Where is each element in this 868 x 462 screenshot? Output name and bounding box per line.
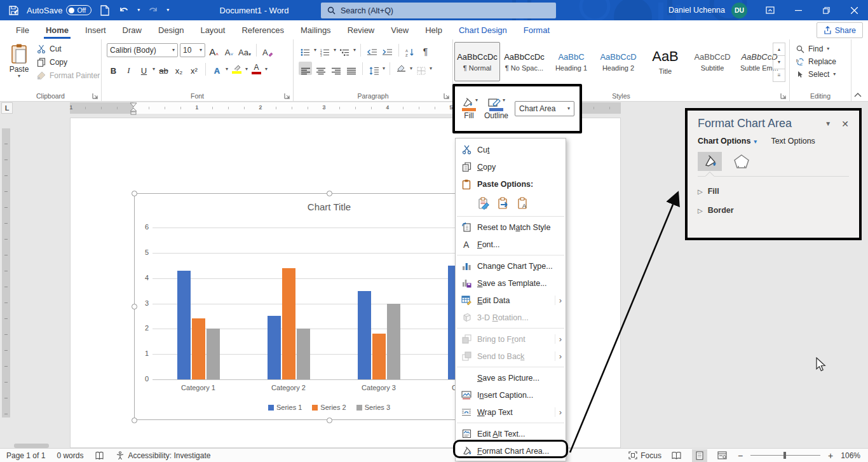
highlight-button[interactable] bbox=[230, 62, 243, 76]
align-center-button[interactable] bbox=[314, 62, 327, 75]
ribbon-display-options-icon[interactable] bbox=[756, 0, 784, 20]
style-subtitle[interactable]: AaBbCcDSubtitle bbox=[689, 42, 735, 81]
web-layout-button[interactable] bbox=[715, 449, 730, 462]
fill-button[interactable]: ▾ Fill bbox=[460, 98, 478, 120]
paragraph-dialog-launcher-icon[interactable] bbox=[444, 93, 450, 99]
horizontal-scrollbar[interactable] bbox=[14, 444, 49, 448]
menu-item-reset-to-match-style[interactable]: Reset to Match Style bbox=[456, 219, 566, 236]
paste-text-only-icon[interactable]: A bbox=[517, 196, 531, 210]
tab-review[interactable]: Review bbox=[339, 20, 383, 39]
align-right-button[interactable] bbox=[329, 62, 342, 75]
read-mode-button[interactable] bbox=[669, 449, 684, 462]
strikethrough-button[interactable]: ab bbox=[157, 62, 170, 76]
font-color-button[interactable]: A bbox=[250, 62, 263, 76]
undo-chevron-icon[interactable]: ▾ bbox=[137, 8, 140, 13]
bar-series2-cat1[interactable] bbox=[192, 318, 205, 379]
save-icon[interactable] bbox=[8, 4, 19, 16]
grow-font-button[interactable]: A˄ bbox=[207, 44, 220, 57]
bar-series3-cat1[interactable] bbox=[207, 329, 220, 379]
show-formatting-button[interactable]: ¶ bbox=[419, 43, 432, 57]
cut-button[interactable]: Cut bbox=[37, 44, 100, 53]
bar-series1-cat3[interactable] bbox=[358, 291, 371, 379]
chart-element-selector[interactable]: Chart Area ▾ bbox=[515, 101, 574, 116]
clipboard-dialog-launcher-icon[interactable] bbox=[92, 93, 98, 99]
minimize-button[interactable] bbox=[784, 0, 812, 20]
zoom-level[interactable]: 106% bbox=[841, 451, 860, 460]
style-heading-1[interactable]: AaBbCHeading 1 bbox=[548, 42, 594, 81]
sort-button[interactable]: AZ bbox=[403, 43, 417, 57]
menu-item-format-chart-area[interactable]: Format Chart Area... bbox=[456, 442, 566, 459]
tab-chart-design[interactable]: Chart Design bbox=[451, 20, 515, 39]
bar-series3-cat3[interactable] bbox=[387, 304, 400, 379]
line-spacing-button[interactable] bbox=[367, 62, 381, 75]
multilevel-list-button[interactable] bbox=[338, 43, 351, 57]
copy-button[interactable]: Copy bbox=[37, 58, 100, 67]
zoom-in-button[interactable]: + bbox=[828, 451, 833, 461]
superscript-button[interactable]: x² bbox=[187, 62, 201, 76]
accessibility-status[interactable]: Accessibility: Investigate bbox=[116, 451, 210, 460]
avatar[interactable]: DU bbox=[731, 3, 747, 18]
numbering-button[interactable]: 123 bbox=[318, 43, 332, 57]
menu-item-font[interactable]: AFont... bbox=[456, 236, 566, 253]
selection-handle[interactable] bbox=[327, 191, 332, 196]
bold-button[interactable]: B bbox=[107, 62, 120, 76]
paste-keep-formatting-icon[interactable] bbox=[477, 196, 491, 210]
tab-file[interactable]: File bbox=[8, 20, 37, 39]
undo-icon[interactable] bbox=[118, 4, 130, 16]
menu-item-save-as-template[interactable]: Save as Template... bbox=[456, 275, 566, 292]
section-fill[interactable]: ▷ Fill bbox=[698, 187, 849, 196]
autosave-toggle[interactable]: AutoSave Off bbox=[27, 5, 92, 15]
menu-item-wrap-text[interactable]: Wrap Text› bbox=[456, 404, 566, 421]
styles-more-icon[interactable]: ≡ bbox=[773, 69, 785, 81]
underline-chevron-icon[interactable]: ▾ bbox=[153, 67, 155, 72]
menu-item-cut[interactable]: Cut bbox=[456, 141, 566, 158]
zoom-out-button[interactable]: − bbox=[738, 451, 743, 461]
bullets-button[interactable] bbox=[299, 43, 312, 57]
subscript-button[interactable]: x₂ bbox=[172, 62, 186, 76]
tab-selector[interactable]: L bbox=[1, 102, 13, 114]
styles-scrollbar[interactable]: ▴ ▾ ≡ bbox=[773, 43, 785, 82]
zoom-slider-handle[interactable] bbox=[783, 452, 786, 459]
bar-series2-cat2[interactable] bbox=[282, 268, 295, 379]
tab-draw[interactable]: Draw bbox=[114, 20, 150, 39]
menu-item-edit-data[interactable]: Edit Data› bbox=[456, 292, 566, 309]
tab-text-options[interactable]: Text Options bbox=[771, 137, 815, 146]
align-left-button[interactable] bbox=[299, 62, 312, 75]
styles-scroll-up-icon[interactable]: ▴ bbox=[773, 43, 785, 56]
user-name[interactable]: Daniel Uchenna bbox=[668, 6, 725, 15]
format-painter-button[interactable]: Format Painter bbox=[37, 71, 100, 80]
paste-button[interactable]: Paste ▾ bbox=[5, 43, 33, 89]
bar-series1-cat2[interactable] bbox=[268, 316, 281, 379]
font-name-combo[interactable]: Calibri (Body)▾ bbox=[107, 43, 178, 57]
styles-dialog-launcher-icon[interactable] bbox=[780, 93, 787, 99]
shading-button[interactable] bbox=[395, 62, 408, 75]
close-button[interactable] bbox=[840, 0, 868, 20]
vertical-ruler[interactable] bbox=[2, 128, 10, 418]
legend-item-series-2[interactable]: Series 2 bbox=[312, 404, 346, 411]
styles-scroll-down-icon[interactable]: ▾ bbox=[773, 56, 785, 69]
font-color-chevron-icon[interactable]: ▾ bbox=[265, 67, 268, 72]
word-count[interactable]: 0 words bbox=[57, 451, 83, 460]
restore-button[interactable] bbox=[812, 0, 840, 20]
bar-series3-cat2[interactable] bbox=[297, 329, 310, 379]
zoom-slider[interactable] bbox=[750, 455, 820, 456]
underline-button[interactable]: U bbox=[137, 62, 151, 76]
new-document-icon[interactable] bbox=[99, 4, 111, 16]
increase-indent-button[interactable] bbox=[381, 43, 394, 57]
share-button[interactable]: Share bbox=[817, 22, 863, 38]
tab-layout[interactable]: Layout bbox=[192, 20, 233, 39]
find-button[interactable]: Find▾ bbox=[796, 44, 851, 53]
menu-item-copy[interactable]: Copy bbox=[456, 158, 566, 175]
proofing-icon[interactable] bbox=[95, 451, 104, 460]
collapse-ribbon-icon[interactable] bbox=[854, 93, 862, 97]
outline-chevron-icon[interactable]: ▾ bbox=[503, 98, 505, 103]
menu-item-paste-options[interactable]: Paste Options: bbox=[456, 175, 566, 193]
print-layout-button[interactable] bbox=[692, 449, 707, 462]
text-effects-button[interactable]: A bbox=[210, 62, 224, 76]
tab-format[interactable]: Format bbox=[515, 20, 558, 39]
legend-item-series-3[interactable]: Series 3 bbox=[356, 404, 390, 411]
borders-button[interactable] bbox=[414, 62, 428, 75]
selection-handle[interactable] bbox=[132, 418, 137, 423]
menu-item-change-chart-type[interactable]: Change Chart Type... bbox=[456, 257, 566, 275]
pane-close-icon[interactable]: ✕ bbox=[841, 119, 849, 129]
